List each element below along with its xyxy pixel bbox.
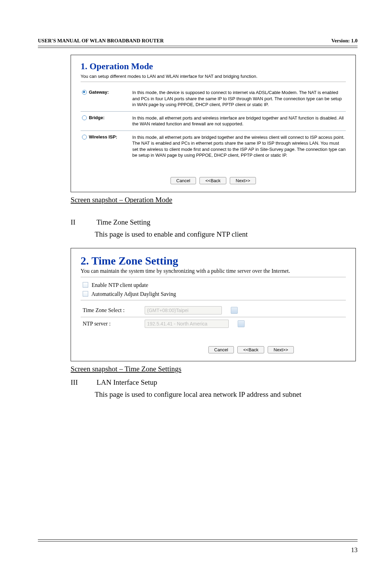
section-title: LAN Interface Setup [96, 378, 157, 386]
panel2-subdesc: You can maintain the system time by sync… [81, 268, 346, 274]
radio-icon[interactable] [82, 135, 87, 139]
back-button[interactable]: <<Back [237, 346, 264, 353]
option-name: Bridge: [89, 115, 105, 120]
ntp-server-row: NTP server : 192.5.41.41 - North America [81, 318, 346, 330]
checkbox-label: Enable NTP client update [92, 282, 148, 288]
section-iii-body: This page is used to configure local are… [95, 390, 356, 399]
section-ii-heading: II Time Zone Setting [71, 218, 356, 227]
back-button[interactable]: <<Back [199, 177, 226, 184]
section-ii-body: This page is used to enable and configur… [95, 229, 356, 239]
time-zone-panel: 2. Time Zone Setting You can maintain th… [71, 248, 356, 361]
option-wireless-isp[interactable]: Wireless ISP: In this mode, all ethernet… [81, 131, 346, 161]
dropdown-icon[interactable] [238, 320, 245, 327]
next-button[interactable]: Next>> [230, 177, 256, 184]
header-left: USER'S MANUAL OF WLAN BROADBAND ROUTER [38, 38, 164, 44]
option-bridge-label: Bridge: [82, 115, 127, 120]
cancel-button[interactable]: Cancel [208, 346, 234, 353]
enable-ntp-row[interactable]: Enable NTP client update [83, 281, 346, 288]
auto-dst-row[interactable]: Automatically Adjust Daylight Saving [83, 290, 346, 297]
tz-select[interactable]: (GMT+08:00)Taipei [145, 306, 222, 314]
panel1-buttons: Cancel <<Back Next>> [81, 177, 346, 184]
option-bridge[interactable]: Bridge: In this mode, all ethernet ports… [81, 112, 346, 129]
option-gateway-desc: In this mode, the device is supposed to … [132, 90, 346, 108]
panel2-buttons: Cancel <<Back Next>> [156, 346, 346, 353]
page-header: USER'S MANUAL OF WLAN BROADBAND ROUTER V… [38, 38, 358, 44]
header-right: Version: 1.0 [331, 38, 358, 44]
option-wisp-label: Wireless ISP: [82, 134, 127, 139]
option-gateway-label: Gateway: [82, 90, 127, 95]
panel1-subdesc: You can setup different modes to LAN and… [81, 74, 346, 79]
page-number: 13 [351, 546, 358, 554]
section-iii-heading: III LAN Interface Setup [71, 378, 356, 387]
ntp-label: NTP server : [83, 321, 138, 327]
caption-time-zone: Screen snapshot – Time Zone Settings [71, 365, 356, 373]
divider [81, 300, 346, 300]
tz-label: Time Zone Select : [83, 307, 138, 313]
divider [81, 277, 346, 277]
option-bridge-desc: In this mode, all ethernet ports and wir… [132, 115, 346, 127]
footer-rule [38, 539, 358, 541]
divider [81, 82, 346, 82]
option-name: Gateway: [89, 90, 109, 95]
caption-operation-mode: Screen snapshot – Operation Mode [71, 196, 356, 204]
cancel-button[interactable]: Cancel [171, 177, 196, 184]
header-rule [38, 46, 358, 48]
panel2-title: 2. Time Zone Setting [81, 255, 346, 267]
checkbox-icon[interactable] [83, 282, 88, 288]
checkbox-icon[interactable] [83, 291, 88, 297]
section-title: Time Zone Setting [96, 218, 151, 226]
ntp-select[interactable]: 192.5.41.41 - North America [145, 320, 229, 328]
radio-icon[interactable] [82, 90, 87, 95]
dropdown-icon[interactable] [231, 307, 238, 314]
option-wisp-desc: In this mode, all ethernet ports are bri… [132, 134, 346, 158]
operation-mode-panel: 1. Operation Mode You can setup differen… [71, 55, 356, 192]
section-roman: III [71, 378, 95, 387]
radio-icon[interactable] [82, 115, 87, 120]
option-name: Wireless ISP: [89, 134, 117, 139]
section-roman: II [71, 218, 95, 227]
document-page: USER'S MANUAL OF WLAN BROADBAND ROUTER V… [0, 0, 392, 569]
divider [81, 317, 346, 317]
option-gateway[interactable]: Gateway: In this mode, the device is sup… [81, 86, 346, 110]
next-button[interactable]: Next>> [268, 346, 294, 353]
content-area: 1. Operation Mode You can setup differen… [71, 55, 356, 400]
timezone-select-row: Time Zone Select : (GMT+08:00)Taipei [81, 304, 346, 316]
panel1-title: 1. Operation Mode [81, 61, 346, 72]
checkbox-label: Automatically Adjust Daylight Saving [91, 291, 176, 297]
